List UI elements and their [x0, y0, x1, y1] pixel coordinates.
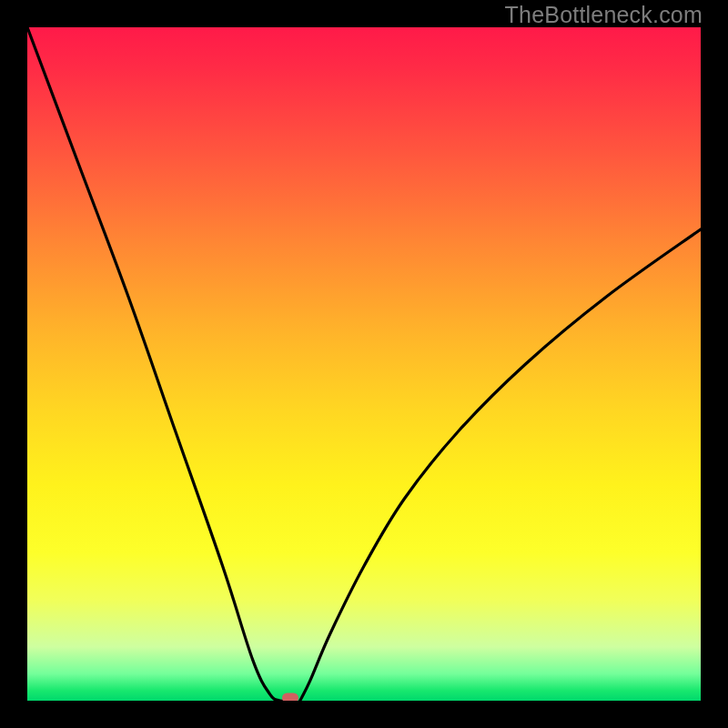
optimal-point-marker: [282, 693, 298, 702]
bottleneck-curve: [27, 27, 701, 701]
watermark-text: TheBottleneck.com: [505, 2, 703, 28]
chart-frame: TheBottleneck.com: [0, 0, 728, 728]
plot-area: [27, 27, 701, 701]
